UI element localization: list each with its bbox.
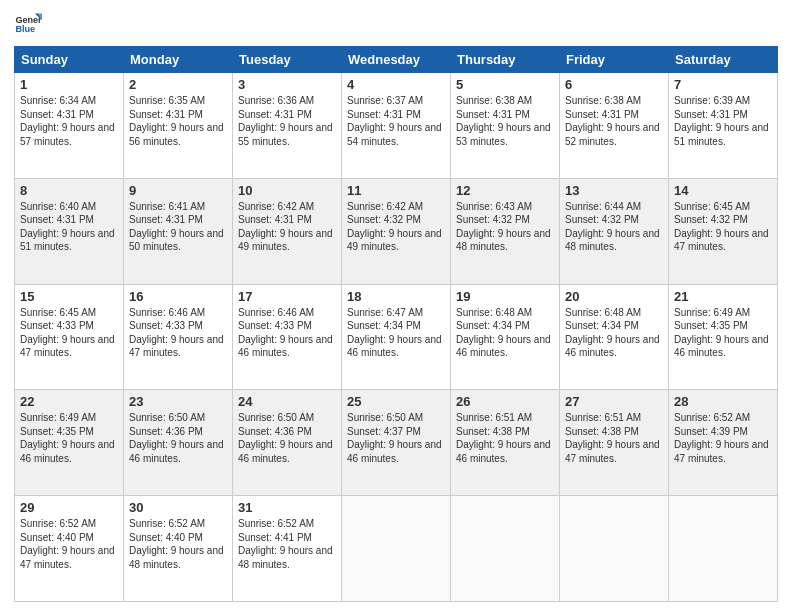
day-info: Sunrise: 6:43 AMSunset: 4:32 PMDaylight:… (456, 200, 554, 254)
calendar-cell (669, 496, 778, 602)
day-info: Sunrise: 6:52 AMSunset: 4:40 PMDaylight:… (129, 517, 227, 571)
day-number: 21 (674, 289, 772, 304)
calendar-cell: 14Sunrise: 6:45 AMSunset: 4:32 PMDayligh… (669, 178, 778, 284)
calendar-cell: 19Sunrise: 6:48 AMSunset: 4:34 PMDayligh… (451, 284, 560, 390)
page-container: General Blue SundayMondayTuesdayWednesda… (0, 0, 792, 612)
calendar-cell: 16Sunrise: 6:46 AMSunset: 4:33 PMDayligh… (124, 284, 233, 390)
calendar-cell: 9Sunrise: 6:41 AMSunset: 4:31 PMDaylight… (124, 178, 233, 284)
day-info: Sunrise: 6:36 AMSunset: 4:31 PMDaylight:… (238, 94, 336, 148)
logo: General Blue (14, 10, 46, 38)
calendar-cell (560, 496, 669, 602)
day-number: 26 (456, 394, 554, 409)
day-number: 4 (347, 77, 445, 92)
calendar-cell: 5Sunrise: 6:38 AMSunset: 4:31 PMDaylight… (451, 73, 560, 179)
calendar-cell: 10Sunrise: 6:42 AMSunset: 4:31 PMDayligh… (233, 178, 342, 284)
day-info: Sunrise: 6:52 AMSunset: 4:40 PMDaylight:… (20, 517, 118, 571)
calendar-cell: 29Sunrise: 6:52 AMSunset: 4:40 PMDayligh… (15, 496, 124, 602)
calendar-cell: 13Sunrise: 6:44 AMSunset: 4:32 PMDayligh… (560, 178, 669, 284)
calendar-header-thursday: Thursday (451, 47, 560, 73)
calendar-cell: 30Sunrise: 6:52 AMSunset: 4:40 PMDayligh… (124, 496, 233, 602)
calendar-cell: 28Sunrise: 6:52 AMSunset: 4:39 PMDayligh… (669, 390, 778, 496)
calendar-cell (451, 496, 560, 602)
day-number: 8 (20, 183, 118, 198)
day-info: Sunrise: 6:50 AMSunset: 4:37 PMDaylight:… (347, 411, 445, 465)
calendar-header-saturday: Saturday (669, 47, 778, 73)
calendar-cell: 2Sunrise: 6:35 AMSunset: 4:31 PMDaylight… (124, 73, 233, 179)
calendar-cell: 21Sunrise: 6:49 AMSunset: 4:35 PMDayligh… (669, 284, 778, 390)
day-number: 20 (565, 289, 663, 304)
calendar-cell: 25Sunrise: 6:50 AMSunset: 4:37 PMDayligh… (342, 390, 451, 496)
day-number: 24 (238, 394, 336, 409)
day-number: 10 (238, 183, 336, 198)
day-info: Sunrise: 6:46 AMSunset: 4:33 PMDaylight:… (238, 306, 336, 360)
day-number: 30 (129, 500, 227, 515)
calendar-header-monday: Monday (124, 47, 233, 73)
day-info: Sunrise: 6:39 AMSunset: 4:31 PMDaylight:… (674, 94, 772, 148)
day-number: 7 (674, 77, 772, 92)
svg-text:Blue: Blue (15, 24, 35, 34)
calendar-cell: 6Sunrise: 6:38 AMSunset: 4:31 PMDaylight… (560, 73, 669, 179)
calendar-header-row: SundayMondayTuesdayWednesdayThursdayFrid… (15, 47, 778, 73)
day-number: 19 (456, 289, 554, 304)
logo-icon: General Blue (14, 10, 42, 38)
day-info: Sunrise: 6:40 AMSunset: 4:31 PMDaylight:… (20, 200, 118, 254)
day-number: 1 (20, 77, 118, 92)
day-info: Sunrise: 6:49 AMSunset: 4:35 PMDaylight:… (674, 306, 772, 360)
day-number: 23 (129, 394, 227, 409)
day-info: Sunrise: 6:48 AMSunset: 4:34 PMDaylight:… (565, 306, 663, 360)
calendar-cell: 3Sunrise: 6:36 AMSunset: 4:31 PMDaylight… (233, 73, 342, 179)
day-number: 18 (347, 289, 445, 304)
day-info: Sunrise: 6:51 AMSunset: 4:38 PMDaylight:… (565, 411, 663, 465)
day-number: 9 (129, 183, 227, 198)
day-number: 13 (565, 183, 663, 198)
day-info: Sunrise: 6:52 AMSunset: 4:39 PMDaylight:… (674, 411, 772, 465)
day-info: Sunrise: 6:34 AMSunset: 4:31 PMDaylight:… (20, 94, 118, 148)
calendar-header-friday: Friday (560, 47, 669, 73)
day-number: 25 (347, 394, 445, 409)
day-info: Sunrise: 6:35 AMSunset: 4:31 PMDaylight:… (129, 94, 227, 148)
day-info: Sunrise: 6:45 AMSunset: 4:33 PMDaylight:… (20, 306, 118, 360)
calendar-cell: 1Sunrise: 6:34 AMSunset: 4:31 PMDaylight… (15, 73, 124, 179)
calendar-cell: 4Sunrise: 6:37 AMSunset: 4:31 PMDaylight… (342, 73, 451, 179)
calendar-week-row: 22Sunrise: 6:49 AMSunset: 4:35 PMDayligh… (15, 390, 778, 496)
calendar-table: SundayMondayTuesdayWednesdayThursdayFrid… (14, 46, 778, 602)
calendar-cell: 31Sunrise: 6:52 AMSunset: 4:41 PMDayligh… (233, 496, 342, 602)
day-info: Sunrise: 6:38 AMSunset: 4:31 PMDaylight:… (565, 94, 663, 148)
calendar-cell: 11Sunrise: 6:42 AMSunset: 4:32 PMDayligh… (342, 178, 451, 284)
day-number: 29 (20, 500, 118, 515)
calendar-cell: 23Sunrise: 6:50 AMSunset: 4:36 PMDayligh… (124, 390, 233, 496)
day-info: Sunrise: 6:45 AMSunset: 4:32 PMDaylight:… (674, 200, 772, 254)
day-info: Sunrise: 6:44 AMSunset: 4:32 PMDaylight:… (565, 200, 663, 254)
day-info: Sunrise: 6:41 AMSunset: 4:31 PMDaylight:… (129, 200, 227, 254)
day-info: Sunrise: 6:51 AMSunset: 4:38 PMDaylight:… (456, 411, 554, 465)
day-number: 11 (347, 183, 445, 198)
day-info: Sunrise: 6:52 AMSunset: 4:41 PMDaylight:… (238, 517, 336, 571)
day-info: Sunrise: 6:42 AMSunset: 4:31 PMDaylight:… (238, 200, 336, 254)
day-info: Sunrise: 6:49 AMSunset: 4:35 PMDaylight:… (20, 411, 118, 465)
calendar-cell (342, 496, 451, 602)
day-number: 14 (674, 183, 772, 198)
day-info: Sunrise: 6:47 AMSunset: 4:34 PMDaylight:… (347, 306, 445, 360)
calendar-week-row: 1Sunrise: 6:34 AMSunset: 4:31 PMDaylight… (15, 73, 778, 179)
calendar-week-row: 29Sunrise: 6:52 AMSunset: 4:40 PMDayligh… (15, 496, 778, 602)
calendar-cell: 12Sunrise: 6:43 AMSunset: 4:32 PMDayligh… (451, 178, 560, 284)
calendar-cell: 18Sunrise: 6:47 AMSunset: 4:34 PMDayligh… (342, 284, 451, 390)
day-number: 28 (674, 394, 772, 409)
calendar-cell: 8Sunrise: 6:40 AMSunset: 4:31 PMDaylight… (15, 178, 124, 284)
calendar-cell: 17Sunrise: 6:46 AMSunset: 4:33 PMDayligh… (233, 284, 342, 390)
day-info: Sunrise: 6:50 AMSunset: 4:36 PMDaylight:… (129, 411, 227, 465)
calendar-header-tuesday: Tuesday (233, 47, 342, 73)
day-number: 27 (565, 394, 663, 409)
day-info: Sunrise: 6:37 AMSunset: 4:31 PMDaylight:… (347, 94, 445, 148)
day-number: 12 (456, 183, 554, 198)
calendar-cell: 7Sunrise: 6:39 AMSunset: 4:31 PMDaylight… (669, 73, 778, 179)
day-number: 2 (129, 77, 227, 92)
calendar-cell: 26Sunrise: 6:51 AMSunset: 4:38 PMDayligh… (451, 390, 560, 496)
calendar-cell: 24Sunrise: 6:50 AMSunset: 4:36 PMDayligh… (233, 390, 342, 496)
day-info: Sunrise: 6:38 AMSunset: 4:31 PMDaylight:… (456, 94, 554, 148)
calendar-cell: 22Sunrise: 6:49 AMSunset: 4:35 PMDayligh… (15, 390, 124, 496)
day-number: 17 (238, 289, 336, 304)
day-info: Sunrise: 6:50 AMSunset: 4:36 PMDaylight:… (238, 411, 336, 465)
day-number: 5 (456, 77, 554, 92)
calendar-header-wednesday: Wednesday (342, 47, 451, 73)
